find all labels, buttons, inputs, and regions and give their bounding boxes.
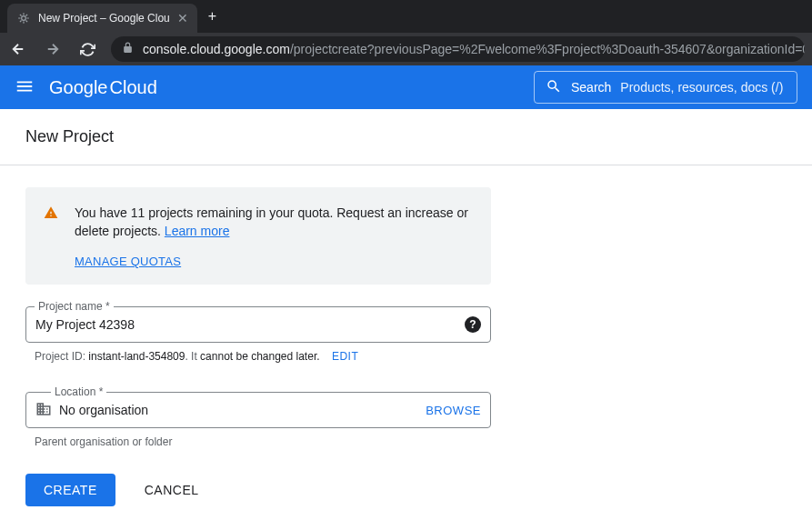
- url-input[interactable]: console.cloud.google.com/projectcreate?p…: [111, 36, 805, 62]
- learn-more-link[interactable]: Learn more: [165, 224, 230, 238]
- help-icon[interactable]: ?: [465, 316, 481, 333]
- cloud-header: Google Cloud Search Products, resources,…: [0, 65, 812, 109]
- back-button[interactable]: [7, 38, 29, 60]
- reload-button[interactable]: [76, 38, 98, 60]
- organization-icon: [35, 401, 52, 420]
- search-label: Search: [571, 80, 611, 95]
- url-text: console.cloud.google.com/projectcreate?p…: [143, 42, 805, 56]
- location-label: Location *: [51, 385, 106, 398]
- action-buttons: CREATE CANCEL: [25, 474, 787, 506]
- location-hint: Parent organisation or folder: [25, 435, 787, 448]
- search-placeholder: Products, resources, docs (/): [620, 80, 783, 95]
- new-tab-button[interactable]: +: [197, 8, 227, 25]
- address-bar: console.cloud.google.com/projectcreate?p…: [0, 33, 812, 65]
- google-cloud-logo[interactable]: Google Cloud: [49, 77, 157, 98]
- tab-bar: New Project – Google Clou ✕ +: [0, 0, 812, 33]
- forward-button[interactable]: [42, 38, 64, 60]
- location-value: No organisation: [59, 403, 418, 417]
- tab-title: New Project – Google Clou: [38, 12, 170, 25]
- project-id-hint: Project ID: instant-land-354809. It cann…: [25, 350, 787, 363]
- project-name-field: Project name * My Project 42398 ?: [25, 306, 491, 343]
- quota-text: You have 11 projects remaining in your q…: [75, 204, 473, 240]
- project-name-value: My Project 42398: [35, 317, 457, 332]
- hamburger-menu-icon[interactable]: [15, 76, 35, 99]
- cancel-button[interactable]: CANCEL: [126, 474, 217, 506]
- project-name-label: Project name *: [35, 300, 114, 313]
- create-button[interactable]: CREATE: [25, 474, 115, 506]
- manage-quotas-link[interactable]: MANAGE QUOTAS: [75, 255, 181, 268]
- location-field: Location * No organisation BROWSE: [25, 392, 491, 428]
- browser-chrome: New Project – Google Clou ✕ + console.cl…: [0, 0, 812, 65]
- lock-icon: [122, 42, 134, 56]
- svg-point-0: [22, 16, 26, 21]
- tab-close-icon[interactable]: ✕: [177, 11, 188, 25]
- warning-icon: [44, 205, 58, 268]
- page-title: New Project: [25, 127, 787, 146]
- page-content: New Project You have 11 projects remaini…: [0, 109, 812, 510]
- browse-button[interactable]: BROWSE: [426, 404, 481, 417]
- quota-notice: You have 11 projects remaining in your q…: [25, 187, 491, 285]
- tab-favicon-icon: [16, 11, 31, 25]
- edit-project-id-link[interactable]: EDIT: [332, 350, 358, 363]
- browser-tab[interactable]: New Project – Google Clou ✕: [7, 4, 197, 33]
- search-box[interactable]: Search Products, resources, docs (/): [534, 71, 797, 104]
- divider: [0, 165, 812, 165]
- search-icon: [546, 78, 562, 97]
